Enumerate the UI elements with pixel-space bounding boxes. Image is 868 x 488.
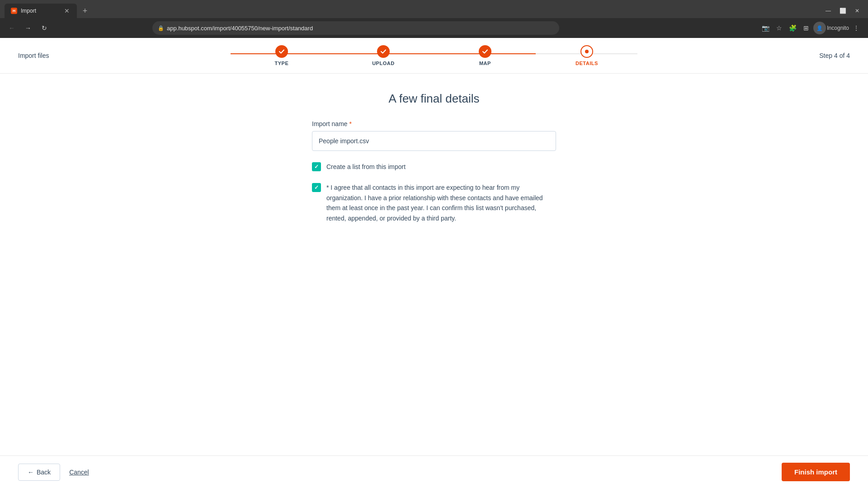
new-tab-button[interactable]: + [79, 5, 91, 17]
tab-bar: H Import ✕ + — ⬜ ✕ [0, 0, 868, 18]
back-arrow-icon: ← [28, 469, 34, 476]
split-view-icon[interactable]: ⊞ [800, 22, 812, 34]
required-star: * [348, 120, 352, 127]
window-controls: — ⬜ ✕ [822, 5, 863, 17]
progress-steps: TYPE UPLOAD [231, 45, 637, 66]
profile-button[interactable]: 👤 [813, 22, 826, 34]
create-list-checkbox[interactable]: ✓ [312, 162, 321, 171]
main-area: A few final details Import name * ✓ Crea… [0, 74, 868, 455]
checkmark-icon: ✓ [314, 164, 319, 170]
step-type-label: TYPE [275, 61, 289, 66]
address-text: app.hubspot.com/import/40055750/new-impo… [167, 25, 313, 32]
lock-icon: 🔒 [158, 25, 164, 31]
step-type: TYPE [231, 45, 332, 66]
import-name-input[interactable] [312, 131, 556, 151]
agreement-label: * I agree that all contacts in this impo… [326, 183, 556, 223]
step-indicator: Step 4 of 4 [819, 52, 850, 59]
tab-title: Import [21, 8, 60, 14]
incognito-label: Incognito [827, 25, 849, 31]
page-content: Import files TYPE [0, 38, 868, 488]
agreement-checkbox[interactable]: ✓ [312, 183, 321, 192]
address-bar[interactable]: 🔒 app.hubspot.com/import/40055750/new-im… [152, 21, 559, 35]
page-header: Import files TYPE [0, 38, 868, 74]
close-window-button[interactable]: ✕ [851, 5, 863, 17]
active-tab[interactable]: H Import ✕ [5, 4, 77, 18]
cancel-button[interactable]: Cancel [69, 469, 89, 476]
agreement-checkmark-icon: ✓ [314, 184, 319, 191]
menu-button[interactable]: ⋮ [850, 22, 863, 34]
progress-container: TYPE UPLOAD [67, 45, 801, 66]
camera-off-icon[interactable]: 📷 [759, 22, 772, 34]
tab-close-button[interactable]: ✕ [63, 7, 71, 14]
star-icon[interactable]: ☆ [773, 22, 785, 34]
agreement-row: ✓ * I agree that all contacts in this im… [312, 183, 556, 223]
create-list-label: Create a list from this import [326, 162, 406, 172]
finish-import-button[interactable]: Finish import [782, 463, 850, 481]
forward-nav-button[interactable]: → [22, 22, 34, 34]
import-name-label: Import name * [312, 120, 556, 127]
back-button[interactable]: ← Back [18, 464, 60, 481]
extensions-icon[interactable]: 🧩 [786, 22, 799, 34]
step-map-circle [479, 45, 491, 58]
tab-favicon: H [11, 8, 17, 14]
cancel-label: Cancel [69, 469, 89, 476]
step-details: DETAILS [536, 45, 637, 66]
form-section: Import name * ✓ Create a list from this … [312, 120, 556, 223]
finish-import-label: Finish import [794, 468, 837, 476]
step-details-circle [580, 45, 593, 58]
page-footer: ← Back Cancel Finish import [0, 455, 868, 488]
step-map: MAP [434, 45, 536, 66]
address-bar-row: ← → ↻ 🔒 app.hubspot.com/import/40055750/… [0, 18, 868, 38]
maximize-button[interactable]: ⬜ [836, 5, 849, 17]
minimize-button[interactable]: — [822, 5, 835, 17]
step-details-label: DETAILS [576, 61, 598, 66]
reload-button[interactable]: ↻ [38, 22, 51, 34]
step-type-circle [275, 45, 288, 58]
page-title: A few final details [389, 92, 480, 106]
back-nav-button[interactable]: ← [5, 22, 18, 34]
browser-chrome: H Import ✕ + — ⬜ ✕ ← → ↻ 🔒 app.hubspot.c… [0, 0, 868, 38]
create-list-row: ✓ Create a list from this import [312, 162, 556, 172]
import-files-label: Import files [18, 52, 49, 59]
browser-actions: 📷 ☆ 🧩 ⊞ 👤 Incognito ⋮ [759, 22, 863, 34]
import-name-field: Import name * [312, 120, 556, 151]
back-button-label: Back [37, 469, 51, 476]
step-upload-label: UPLOAD [372, 61, 394, 66]
step-upload-circle [377, 45, 390, 58]
step-upload: UPLOAD [332, 45, 434, 66]
step-map-label: MAP [479, 61, 491, 66]
